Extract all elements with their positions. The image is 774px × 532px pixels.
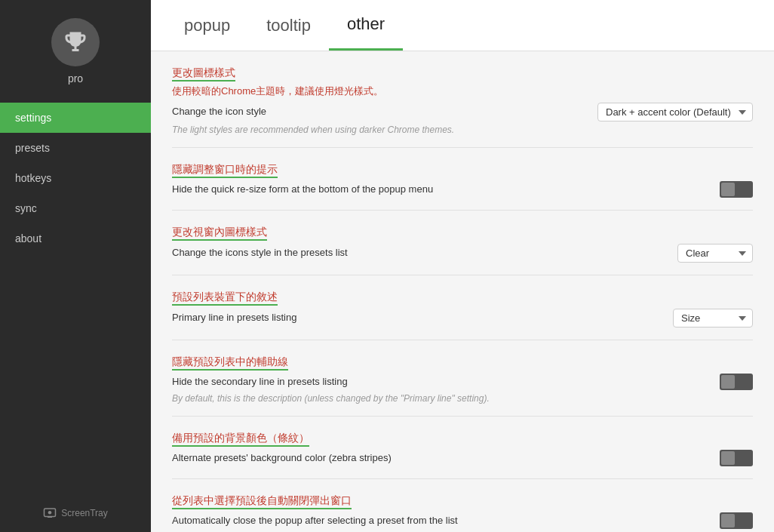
sidebar-item-about[interactable]: about <box>0 223 151 254</box>
setting-hide-secondary: 隱藏預設列表中的輔助線 Hide the secondary line in p… <box>172 355 753 417</box>
tab-popup[interactable]: popup <box>166 0 248 51</box>
setting-note-5: By default, this is the description (unl… <box>172 393 753 404</box>
username-label: pro <box>68 72 83 85</box>
sidebar-footer: ScreenTray <box>31 494 120 532</box>
sidebar-nav: settings presets hotkeys sync about <box>0 103 151 254</box>
svg-point-2 <box>48 511 52 515</box>
sidebar-item-settings[interactable]: settings <box>0 103 151 133</box>
main-content: popup tooltip other 更改圖標樣式 使用較暗的Chrome主題… <box>151 0 774 532</box>
svg-rect-1 <box>48 517 52 518</box>
setting-title-zh-1: 更改圖標樣式 <box>172 66 235 81</box>
tab-other[interactable]: other <box>329 0 403 51</box>
setting-title-zh-3: 更改視窗內圖標樣式 <box>172 226 267 241</box>
sidebar: pro settings presets hotkeys sync about … <box>0 0 151 532</box>
hide-resize-toggle[interactable] <box>720 181 753 198</box>
avatar <box>51 18 100 66</box>
sidebar-item-sync[interactable]: sync <box>0 193 151 223</box>
screentray-label: ScreenTray <box>61 508 108 518</box>
icon-style-select[interactable]: Dark + accent color (Default) Light Dark… <box>597 103 753 121</box>
setting-icon-style: 更改圖標樣式 使用較暗的Chrome主題時，建議使用燈光樣式。 Change t… <box>172 66 753 148</box>
setting-row-7: Automatically close the popup after sele… <box>172 512 753 529</box>
screentray-logo: ScreenTray <box>43 506 108 520</box>
auto-close-toggle[interactable] <box>720 512 753 529</box>
setting-desc-7: Automatically close the popup after sele… <box>172 514 534 527</box>
screentray-logo-icon <box>43 506 57 520</box>
zebra-toggle[interactable] <box>720 450 753 466</box>
setting-zebra: 備用預設的背景顏色（條紋） Alternate presets' backgro… <box>172 432 753 479</box>
setting-title-zh-2: 隱藏調整窗口時的提示 <box>172 163 278 178</box>
sidebar-item-hotkeys[interactable]: hotkeys <box>0 163 151 193</box>
setting-desc-4: Primary line in presets listing <box>172 311 534 324</box>
setting-title-zh-7: 從列表中選擇預設後自動關閉彈出窗口 <box>172 494 352 509</box>
setting-row-2: Hide the quick re-size form at the botto… <box>172 181 753 198</box>
setting-primary-line: 預設列表裝置下的敘述 Primary line in presets listi… <box>172 291 753 340</box>
setting-title-zh-5: 隱藏預設列表中的輔助線 <box>172 355 288 371</box>
tabs-bar: popup tooltip other <box>151 0 774 51</box>
setting-desc-1: Change the icon style <box>172 105 534 118</box>
setting-desc-3: Change the icons style in the presets li… <box>172 246 534 260</box>
setting-auto-close: 從列表中選擇預設後自動關閉彈出窗口 Automatically close th… <box>172 494 753 532</box>
setting-title-zh-4: 預設列表裝置下的敘述 <box>172 291 278 306</box>
tab-tooltip[interactable]: tooltip <box>248 0 329 51</box>
setting-note-1: The light styles are recommended when us… <box>172 125 753 135</box>
settings-content: 更改圖標樣式 使用較暗的Chrome主題時，建議使用燈光樣式。 Change t… <box>151 51 774 532</box>
avatar-area: pro <box>51 0 100 97</box>
setting-desc-6: Alternate presets' background color (zeb… <box>172 451 534 465</box>
setting-icons-style-presets: 更改視窗內圖標樣式 Change the icons style in the … <box>172 226 753 275</box>
setting-hide-resize: 隱藏調整窗口時的提示 Hide the quick re-size form a… <box>172 163 753 211</box>
trophy-icon <box>62 29 89 56</box>
primary-line-select[interactable]: Size Name Description <box>673 309 753 328</box>
hide-secondary-toggle[interactable] <box>720 374 753 390</box>
setting-subtitle-zh-1: 使用較暗的Chrome主題時，建議使用燈光樣式。 <box>172 85 753 98</box>
setting-title-zh-6: 備用預設的背景顏色（條紋） <box>172 432 309 447</box>
setting-row-4: Primary line in presets listing Size Nam… <box>172 309 753 328</box>
setting-row-3: Change the icons style in the presets li… <box>172 244 753 263</box>
setting-row-1: Change the icon style Dark + accent colo… <box>172 103 753 121</box>
icons-style-presets-select[interactable]: Clear Filled Outlined <box>677 244 753 263</box>
setting-desc-2: Hide the quick re-size form at the botto… <box>172 183 534 196</box>
setting-desc-5: Hide the secondary line in presets listi… <box>172 375 534 389</box>
setting-row-5: Hide the secondary line in presets listi… <box>172 374 753 390</box>
setting-row-6: Alternate presets' background color (zeb… <box>172 450 753 466</box>
sidebar-item-presets[interactable]: presets <box>0 133 151 163</box>
